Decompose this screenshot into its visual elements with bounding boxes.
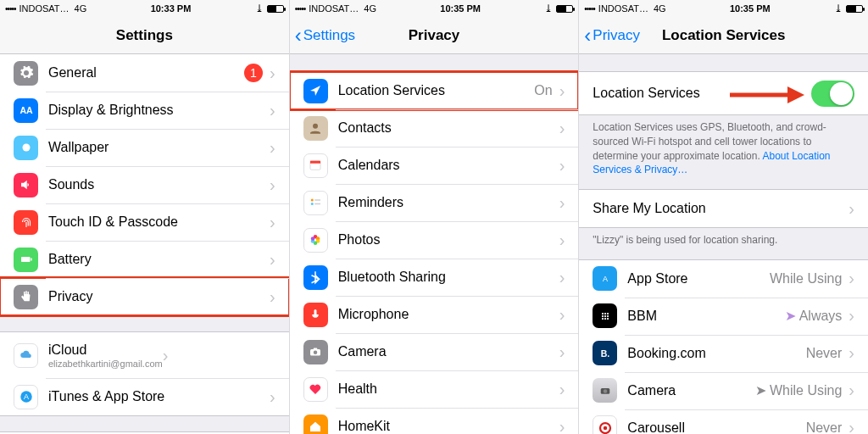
svg-point-35	[607, 318, 609, 320]
clock-label: 10:33 PM	[86, 3, 254, 14]
row-app-bbm[interactable]: BBM ➤Always ›	[579, 298, 868, 335]
svg-rect-3	[31, 259, 32, 261]
back-button[interactable]: ‹Privacy	[579, 25, 640, 46]
svg-text:AA: AA	[19, 105, 33, 115]
badge-icon: 1	[244, 64, 263, 82]
svg-text:A: A	[23, 392, 28, 401]
row-label: Contacts	[338, 120, 559, 136]
row-label: Health	[338, 381, 559, 397]
row-app-carousell[interactable]: Carousell Never ›	[579, 409, 868, 434]
network-label: 4G	[364, 3, 376, 14]
share-location-note: "Lizzy" is being used for location shari…	[579, 228, 868, 259]
row-app-camera[interactable]: Camera ➤While Using ›	[579, 372, 868, 409]
row-label: Display & Brightness	[48, 103, 270, 118]
row-contacts[interactable]: Contacts ›	[290, 109, 579, 147]
battery-icon	[846, 5, 863, 13]
row-value: While Using	[770, 271, 842, 287]
chevron-left-icon: ‹	[295, 25, 302, 46]
bluetooth-icon	[303, 265, 328, 290]
status-bar: ••••• INDOSAT… 4G 10:33 PM ⤓	[0, 0, 289, 17]
row-battery[interactable]: Battery ›	[0, 241, 289, 278]
row-value: Never	[806, 420, 843, 434]
row-label: Location Services	[338, 83, 535, 98]
location-description: Location Services uses GPS, Bluetooth, a…	[579, 115, 868, 189]
svg-point-29	[607, 313, 609, 314]
orientation-lock-icon: ⤓	[255, 3, 264, 14]
row-reminders[interactable]: Reminders ›	[290, 184, 579, 221]
chevron-left-icon: ‹	[584, 25, 591, 46]
location-services-toggle[interactable]	[811, 81, 854, 107]
svg-point-7	[313, 124, 318, 129]
fingerprint-icon	[14, 210, 38, 235]
appstore-icon: A	[593, 266, 617, 291]
row-display-brightness[interactable]: AA Display & Brightness ›	[0, 92, 289, 129]
clock-label: 10:35 PM	[376, 3, 544, 14]
svg-text:B.: B.	[601, 348, 610, 359]
row-value: ➤Always	[785, 308, 843, 324]
svg-point-32	[607, 315, 609, 317]
row-homekit[interactable]: HomeKit ›	[290, 408, 579, 434]
svg-point-1	[22, 144, 30, 152]
chevron-right-icon: ›	[849, 343, 854, 363]
row-general[interactable]: General 1 ›	[0, 54, 289, 92]
network-label: 4G	[75, 3, 87, 14]
chevron-right-icon: ›	[849, 381, 854, 400]
svg-point-40	[604, 426, 608, 431]
row-microphone[interactable]: Microphone ›	[290, 296, 579, 333]
nav-bar: Settings	[0, 17, 289, 54]
signal-dots-icon: •••••	[584, 4, 595, 14]
row-health[interactable]: Health ›	[290, 370, 579, 408]
chevron-right-icon: ›	[559, 119, 565, 138]
row-sounds[interactable]: Sounds ›	[0, 166, 289, 203]
row-share-location[interactable]: Share My Location ›	[579, 190, 868, 227]
row-label: Microphone	[338, 307, 559, 322]
svg-point-23	[314, 351, 318, 355]
annotation-arrow-icon	[730, 85, 806, 105]
row-icloud[interactable]: iCloud elizabethkartini@gmail.com ›	[0, 332, 289, 378]
chevron-right-icon: ›	[559, 417, 565, 435]
row-bluetooth[interactable]: Bluetooth Sharing ›	[290, 259, 579, 296]
row-itunes[interactable]: A iTunes & App Store ›	[0, 378, 289, 415]
row-label: Privacy	[48, 289, 270, 304]
row-label: HomeKit	[338, 419, 559, 434]
chevron-right-icon: ›	[559, 380, 565, 399]
chevron-right-icon: ›	[559, 268, 565, 287]
row-touchid[interactable]: Touch ID & Passcode ›	[0, 203, 289, 241]
chevron-right-icon: ›	[270, 213, 275, 232]
camera-icon	[303, 340, 328, 364]
row-location-services[interactable]: Location Services On ›	[290, 72, 579, 109]
chevron-right-icon: ›	[270, 287, 275, 307]
chevron-right-icon: ›	[559, 156, 565, 175]
carrier-label: INDOSAT…	[19, 3, 70, 14]
svg-rect-24	[314, 348, 318, 350]
svg-point-10	[311, 199, 314, 202]
calendar-icon	[303, 153, 328, 178]
row-label: Photos	[338, 232, 559, 248]
chevron-right-icon: ›	[270, 101, 275, 120]
row-label: BBM	[627, 309, 784, 324]
back-button[interactable]: ‹Settings	[290, 25, 355, 46]
row-app-appstore[interactable]: A App Store While Using ›	[579, 260, 868, 298]
row-camera[interactable]: Camera ›	[290, 333, 579, 370]
chevron-right-icon: ›	[270, 138, 275, 158]
battery-icon	[267, 5, 284, 13]
signal-dots-icon: •••••	[295, 4, 306, 14]
row-label: General	[48, 65, 244, 81]
row-calendars[interactable]: Calendars ›	[290, 147, 579, 184]
row-privacy[interactable]: Privacy ›	[0, 278, 289, 315]
svg-text:A: A	[603, 275, 608, 283]
orientation-lock-icon: ⤓	[834, 3, 843, 14]
homekit-icon	[303, 415, 328, 435]
row-wallpaper[interactable]: Wallpaper ›	[0, 129, 289, 166]
back-label: Privacy	[593, 27, 640, 44]
screen-location-services: ••••• INDOSAT… 4G 10:35 PM ⤓ ‹Privacy Lo…	[578, 0, 868, 434]
row-label: iCloud	[48, 342, 163, 358]
camera-icon	[593, 378, 617, 403]
row-label: Sounds	[48, 177, 270, 192]
row-photos[interactable]: Photos ›	[290, 221, 579, 259]
row-label: Reminders	[338, 195, 559, 210]
svg-rect-2	[21, 257, 31, 262]
nav-title: Settings	[0, 27, 289, 44]
icloud-icon	[14, 343, 38, 368]
row-app-booking[interactable]: B. Booking.com Never ›	[579, 335, 868, 372]
